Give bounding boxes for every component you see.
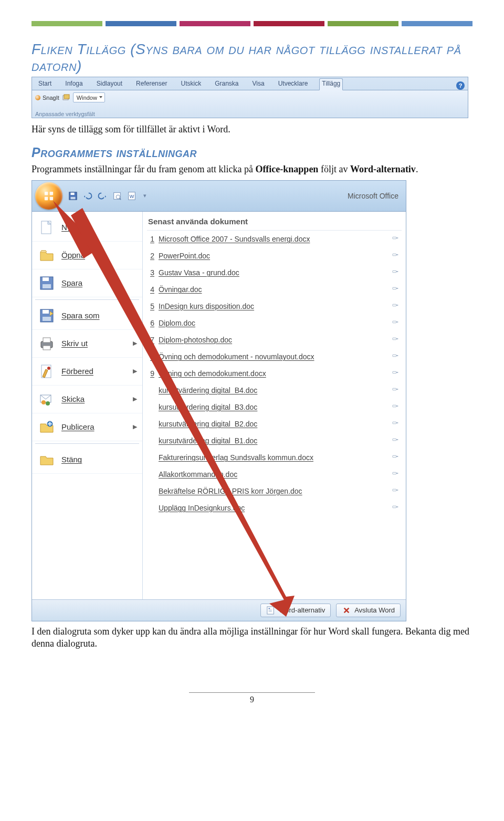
svg-text:W: W	[130, 193, 134, 199]
options-icon	[266, 606, 276, 615]
recent-document[interactable]: 8Övning och demodokument - novumlayout.d…	[147, 348, 402, 365]
pin-icon[interactable]	[391, 453, 402, 462]
pin-icon[interactable]	[391, 268, 402, 277]
recent-document[interactable]: 7Diplom-photoshop.doc	[147, 331, 402, 348]
recent-document[interactable]: kursutvärdering digital_B2.doc	[147, 415, 402, 432]
snagit-combo[interactable]: Window	[73, 92, 105, 102]
svg-rect-18	[43, 284, 51, 288]
pin-icon[interactable]	[391, 402, 402, 411]
menu-item-label: Skriv ut	[61, 339, 88, 348]
pin-icon[interactable]	[391, 470, 402, 479]
menu-item-icon	[37, 306, 56, 325]
menu-item-stäng[interactable]: Stäng	[32, 446, 142, 474]
recent-doc-name: Övning och demodokument - novumlayout.do…	[159, 352, 314, 361]
accent-bar	[328, 21, 398, 26]
pin-icon[interactable]	[391, 302, 402, 310]
recent-doc-number: 6	[147, 319, 154, 327]
recent-document[interactable]: 6Diplom.doc	[147, 315, 402, 331]
recent-document[interactable]: 3Gustav Vasa - grund.doc	[147, 264, 402, 281]
ribbon-tabs: Start Infoga Sidlayout Referenser Utskic…	[32, 77, 468, 90]
pin-icon[interactable]	[391, 386, 402, 394]
recent-doc-name: Övningar.doc	[159, 285, 202, 294]
menu-item-spara-som[interactable]: Spara som▶	[32, 302, 142, 330]
recent-doc-name: PowerPoint.doc	[159, 252, 210, 260]
recent-document[interactable]: Faktureringsunderlag Sundsvalls kommun.d…	[147, 449, 402, 466]
menu-item-öppna[interactable]: Öppna	[32, 242, 142, 269]
accent-bar	[180, 21, 250, 26]
word-options-button[interactable]: Word-alternativ	[260, 604, 331, 617]
svg-rect-1	[64, 95, 69, 99]
body-paragraph: Programmets inställningar får du fram ge…	[32, 163, 472, 175]
ribbon-tab-active[interactable]: Tillägg	[319, 78, 343, 90]
ribbon-screenshot: Start Infoga Sidlayout Referenser Utskic…	[32, 77, 468, 118]
snagit-picker-icon[interactable]	[61, 93, 71, 102]
accent-bar	[106, 21, 176, 26]
ribbon-tab[interactable]: Utvecklare	[276, 79, 310, 90]
qat-word-icon[interactable]: W	[127, 191, 137, 201]
svg-line-11	[120, 198, 121, 200]
exit-word-button[interactable]: Avsluta Word	[336, 604, 401, 617]
recent-doc-name: kursutvärdering digital_B1.doc	[159, 437, 257, 445]
ribbon-tab[interactable]: Start	[36, 79, 54, 90]
recent-document[interactable]: Bekräftelse RÖRLIGT PRIS korr Jörgen.doc	[147, 483, 402, 500]
recent-document[interactable]: 2PowerPoint.doc	[147, 247, 402, 264]
pin-icon[interactable]	[391, 352, 402, 361]
qat-save-icon[interactable]	[68, 191, 78, 201]
pin-icon[interactable]	[391, 369, 402, 378]
recent-document[interactable]: 1Microsoft Office 2007 - Sundsvalls ener…	[147, 231, 402, 247]
ribbon-tab[interactable]: Visa	[250, 79, 267, 90]
office-button[interactable]	[35, 182, 62, 210]
recent-document[interactable]: 5InDesign kurs disposition.doc	[147, 298, 402, 315]
pin-icon[interactable]	[391, 318, 402, 327]
svg-rect-31	[393, 237, 396, 240]
pin-icon[interactable]	[391, 335, 402, 344]
menu-item-skicka[interactable]: Skicka▶	[32, 386, 142, 413]
recent-document[interactable]: Allakortkommandon.doc	[147, 466, 402, 483]
recent-document[interactable]: 9Övning och demodokument.docx	[147, 365, 402, 382]
pin-icon[interactable]	[391, 419, 402, 428]
svg-rect-37	[393, 288, 396, 290]
recent-document[interactable]: kursutvärdering digital_B1.doc	[147, 432, 402, 449]
snagit-icon[interactable]	[35, 95, 40, 100]
menu-item-skriv-ut[interactable]: Skriv ut▶	[32, 330, 142, 358]
pin-icon[interactable]	[391, 285, 402, 294]
svg-rect-7	[71, 192, 75, 195]
svg-rect-21	[43, 317, 51, 321]
recent-document[interactable]: Upplägg InDesignkurs.doc	[147, 500, 402, 516]
recent-doc-name: Upplägg InDesignkurs.doc	[159, 504, 245, 512]
svg-rect-5	[50, 196, 54, 200]
recent-doc-name: Övning och demodokument.docx	[159, 369, 266, 378]
ribbon-tab[interactable]: Referenser	[134, 79, 169, 90]
submenu-arrow-icon: ▶	[133, 312, 137, 319]
svg-rect-20	[43, 310, 49, 314]
recent-doc-number: 1	[147, 235, 154, 243]
recent-doc-name: Diplom.doc	[159, 319, 195, 327]
pin-icon[interactable]	[391, 234, 402, 243]
menu-item-nytt[interactable]: Nytt	[32, 214, 142, 242]
svg-rect-35	[393, 271, 396, 273]
menu-item-förbered[interactable]: Förbered▶	[32, 358, 142, 386]
ribbon-tab[interactable]: Sidlayout	[94, 79, 124, 90]
recent-document[interactable]: kursutvärdering digital_B4.doc	[147, 382, 402, 399]
accent-bars	[32, 21, 472, 26]
menu-item-publicera[interactable]: Publicera▶	[32, 413, 142, 441]
pin-icon[interactable]	[391, 503, 402, 512]
menu-item-icon	[37, 362, 56, 381]
recent-document[interactable]: kursutvärdering digital_B3.doc	[147, 399, 402, 415]
menu-item-spara[interactable]: Spara	[32, 269, 142, 297]
qat-undo-icon[interactable]	[82, 191, 93, 201]
pin-icon[interactable]	[391, 251, 402, 260]
ribbon-tab[interactable]: Granska	[213, 79, 240, 90]
qat-dropdown-icon[interactable]: ▾	[143, 192, 146, 199]
ribbon-tab[interactable]: Infoga	[63, 79, 85, 90]
pin-icon[interactable]	[391, 436, 402, 445]
qat-preview-icon[interactable]	[112, 191, 122, 201]
menu-item-label: Stäng	[61, 455, 82, 464]
qat-redo-icon[interactable]	[97, 191, 108, 201]
pin-icon[interactable]	[391, 486, 402, 495]
help-icon[interactable]: ?	[456, 81, 465, 90]
recent-document[interactable]: 4Övningar.doc	[147, 281, 402, 298]
exit-word-label: Avsluta Word	[354, 606, 395, 614]
ribbon-tab[interactable]: Utskick	[178, 79, 203, 90]
svg-rect-24	[43, 346, 50, 350]
